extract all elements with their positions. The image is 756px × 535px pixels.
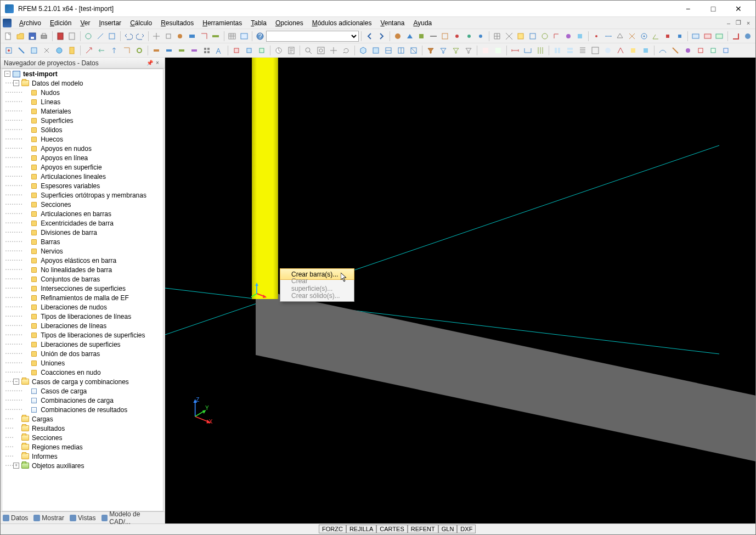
tb2-filter-4[interactable]	[462, 44, 475, 57]
tb2-filter-1[interactable]	[425, 44, 437, 57]
tree-refinamientos-de-malla-de-ef[interactable]: ········Refinamientos de malla de EF	[2, 293, 163, 302]
tree-liberaciones-de-superficies[interactable]: ········Liberaciones de superficies	[2, 340, 163, 349]
tb2-filter-2[interactable]	[437, 44, 449, 57]
viewport-3d[interactable]: Z X Y Crear barra(s)... Crear superficie…	[165, 58, 755, 523]
nav-prev-button[interactable]	[364, 30, 375, 42]
tb2-filter-3[interactable]	[450, 44, 462, 57]
tb2-btn-11[interactable]	[133, 44, 145, 57]
status-cartes[interactable]: CARTES	[376, 525, 407, 533]
tb2-y4[interactable]	[695, 44, 707, 57]
snap-button-8[interactable]	[674, 30, 685, 42]
mod-button-1[interactable]	[690, 30, 702, 42]
navigator-tree[interactable]: −test-import····−Datos del modelo·······…	[2, 69, 163, 511]
tb2-btn-21[interactable]	[273, 44, 285, 57]
tree-conjuntos-de-barras[interactable]: ········Conjuntos de barras	[2, 274, 163, 284]
tb2-btn-20[interactable]	[256, 44, 268, 57]
tb2-view-3[interactable]	[382, 44, 394, 57]
tree-apoyos-en-nudos[interactable]: ········Apoyos en nudos	[2, 144, 163, 153]
snap-button-7[interactable]	[662, 30, 674, 42]
grid-button-7[interactable]	[563, 30, 574, 42]
tb2-y2[interactable]	[669, 44, 681, 57]
end-button-1[interactable]	[730, 30, 742, 42]
tree-cargas[interactable]: ····Cargas	[2, 414, 163, 424]
tree-casos-de-carga[interactable]: ········Casos de carga	[2, 386, 163, 396]
nav-next-button[interactable]	[376, 30, 387, 42]
tb2-view-1[interactable]	[357, 44, 369, 57]
nav-tab-datos[interactable]: Datos	[3, 514, 28, 522]
tool-button-5[interactable]	[151, 30, 162, 42]
tb2-rotate[interactable]	[340, 44, 352, 57]
tree-nudos[interactable]: ········Nudos	[2, 88, 163, 97]
status-dxf[interactable]: DXF	[457, 525, 476, 533]
snap-button-5[interactable]	[638, 30, 650, 42]
tree-casos-de-carga-y-combinaciones[interactable]: ····−Casos de carga y combinaciones	[2, 377, 163, 386]
tb2-y5[interactable]	[707, 44, 719, 57]
status-forzc[interactable]: FORZC	[319, 525, 346, 533]
tree-apoyos-elásticos-en-barra[interactable]: ········Apoyos elásticos en barra	[2, 256, 163, 265]
tb2-x3[interactable]	[577, 44, 589, 57]
tree-sólidos[interactable]: ········Sólidos	[2, 125, 163, 134]
tree-materiales[interactable]: ········Materiales	[2, 106, 163, 116]
undo-button[interactable]	[123, 30, 134, 42]
maximize-button[interactable]: □	[701, 1, 726, 17]
grid-button-2[interactable]	[503, 30, 515, 42]
tree-divisiones-de-barra[interactable]: ········Divisiones de barra	[2, 228, 163, 237]
tree-barras[interactable]: ········Barras	[2, 237, 163, 246]
save-button[interactable]	[26, 30, 38, 42]
tree-resultados[interactable]: ····Resultados	[2, 424, 163, 433]
tree-test-import[interactable]: −test-import	[2, 69, 163, 78]
tb2-btn-22[interactable]	[285, 44, 297, 57]
tree-combinaciones-de-resultados[interactable]: ········Combinaciones de resultados	[2, 405, 163, 414]
menu-cálculo[interactable]: Cálculo	[126, 18, 156, 28]
snap-button-2[interactable]	[602, 30, 614, 42]
tb2-y3[interactable]	[682, 44, 694, 57]
tb2-btn-7[interactable]	[83, 44, 95, 57]
tb2-btn-8[interactable]	[95, 44, 108, 57]
tb2-x5[interactable]	[602, 44, 614, 57]
tree-liberaciones-de-nudos[interactable]: ········Liberaciones de nudos	[2, 302, 163, 312]
tb2-y1[interactable]	[657, 44, 669, 57]
tree-objetos-auxiliares[interactable]: ····+Objetos auxiliares	[2, 461, 163, 470]
tree-informes[interactable]: ····Informes	[2, 452, 163, 461]
tree-regiones-medias[interactable]: ····Regiones medias	[2, 442, 163, 452]
snap-button-3[interactable]	[614, 30, 626, 42]
tb2-view-4[interactable]	[395, 44, 407, 57]
tree-superficies-ortótropas-y-membranas[interactable]: ········Superficies ortótropas y membran…	[2, 190, 163, 200]
menu-ventana[interactable]: Ventana	[376, 18, 409, 28]
snap-button-1[interactable]	[591, 30, 602, 42]
menu-herramientas[interactable]: Herramientas	[198, 18, 246, 28]
tb2-view-5[interactable]	[408, 44, 420, 57]
tb2-y6[interactable]	[720, 44, 732, 57]
tb2-dim-1[interactable]	[509, 44, 521, 57]
tool-button-10[interactable]	[210, 30, 222, 42]
menu-ayuda[interactable]: Ayuda	[409, 18, 436, 28]
tool-button-8[interactable]	[187, 30, 198, 42]
menu-módulos-adicionales[interactable]: Módulos adicionales	[308, 18, 376, 28]
tb2-misc-2[interactable]	[492, 44, 504, 57]
tb2-btn-12[interactable]	[150, 44, 162, 57]
redo-button[interactable]	[134, 30, 146, 42]
table-button[interactable]	[227, 30, 238, 42]
grid-button-1[interactable]	[492, 30, 503, 42]
tree-secciones[interactable]: ········Secciones	[2, 200, 163, 209]
tb2-btn-4[interactable]	[41, 44, 53, 57]
minimize-button[interactable]: −	[675, 1, 701, 17]
tree-coacciones-en-nudo[interactable]: ········Coacciones en nudo	[2, 368, 163, 377]
tb2-btn-5[interactable]	[53, 44, 65, 57]
tool-button-7[interactable]	[174, 30, 186, 42]
tree-liberaciones-de-líneas[interactable]: ········Liberaciones de líneas	[2, 321, 163, 330]
tb2-x7[interactable]	[627, 44, 639, 57]
tb2-x8[interactable]	[640, 44, 652, 57]
tb2-btn-13[interactable]	[163, 44, 175, 57]
tree-datos-del-modelo[interactable]: ····−Datos del modelo	[2, 78, 163, 88]
tree-secciones[interactable]: ····Secciones	[2, 433, 163, 442]
menu-tabla[interactable]: Tabla	[246, 18, 271, 28]
tree-no-linealidades-de-barra[interactable]: ········No linealidades de barra	[2, 265, 163, 274]
grid-button-8[interactable]	[574, 30, 586, 42]
new-file-button[interactable]	[3, 30, 14, 42]
tree-superficies[interactable]: ········Superficies	[2, 116, 163, 125]
tree-uniones[interactable]: ········Uniones	[2, 358, 163, 368]
tree-excentricidades-de-barra[interactable]: ········Excentricidades de barra	[2, 218, 163, 228]
tree-nervios[interactable]: ········Nervios	[2, 246, 163, 256]
vis-button-6[interactable]	[452, 30, 463, 42]
